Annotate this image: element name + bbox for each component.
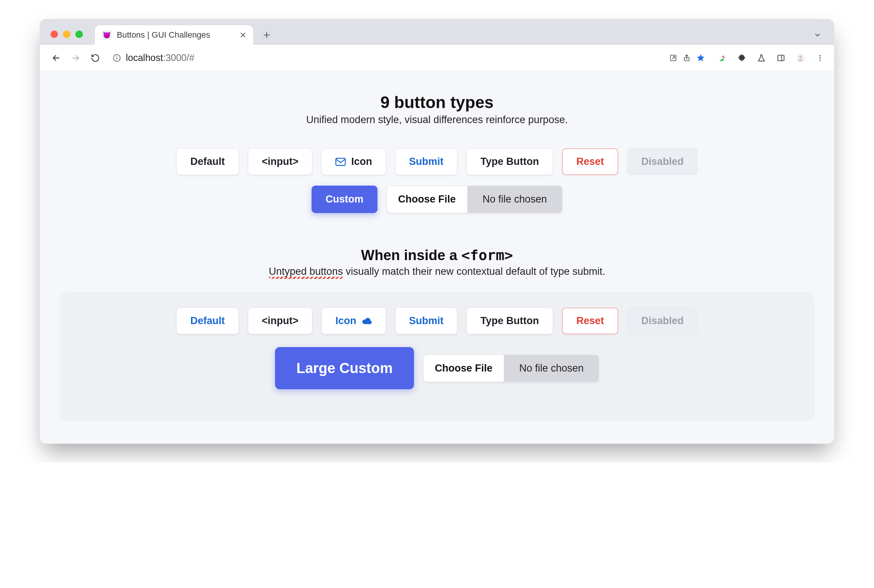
svg-rect-5 <box>778 55 784 61</box>
back-button[interactable] <box>48 50 64 66</box>
url-bar[interactable]: localhost:3000/# <box>107 52 711 63</box>
profile-avatar-icon[interactable] <box>795 52 806 64</box>
window-controls <box>47 30 84 45</box>
section2-sub-underlined: Untyped buttons <box>269 266 343 277</box>
browser-tab[interactable]: 😈 Buttons | GUI Challenges <box>95 25 253 45</box>
form-icon-button-label: Icon <box>335 316 356 326</box>
extensions-puzzle-icon[interactable] <box>736 52 747 64</box>
url-path: /# <box>186 52 194 63</box>
form-file-status-label: No file chosen <box>504 355 599 382</box>
form-choose-file-button[interactable]: Choose File <box>423 355 504 382</box>
form-container: Default <input> Icon Submit Type Button … <box>60 292 814 421</box>
button-row-2: Custom Choose File No file chosen <box>50 186 824 213</box>
forward-button[interactable] <box>68 50 84 66</box>
form-type-button[interactable]: Type Button <box>466 308 553 334</box>
url-port: :3000 <box>163 52 187 63</box>
url-host: localhost <box>126 52 163 63</box>
default-button[interactable]: Default <box>176 148 239 175</box>
disabled-button: Disabled <box>627 148 698 175</box>
open-external-icon[interactable] <box>669 54 677 62</box>
browser-window: 😈 Buttons | GUI Challenges <box>40 19 834 444</box>
extensions-row <box>717 52 826 64</box>
url-actions <box>669 53 705 62</box>
share-icon[interactable] <box>683 54 691 62</box>
fullscreen-window-button[interactable] <box>75 30 83 38</box>
minimize-window-button[interactable] <box>63 30 70 38</box>
form-default-button[interactable]: Default <box>176 308 239 334</box>
file-input[interactable]: Choose File No file chosen <box>387 186 562 213</box>
svg-point-11 <box>819 59 821 61</box>
custom-button[interactable]: Custom <box>312 186 377 213</box>
choose-file-button[interactable]: Choose File <box>387 186 468 213</box>
mail-icon <box>335 158 346 166</box>
form-disabled-button: Disabled <box>627 308 698 334</box>
button-row-1: Default <input> Icon Submit Type Button … <box>50 148 824 175</box>
site-info-icon[interactable] <box>112 53 121 62</box>
flask-icon[interactable] <box>756 52 767 64</box>
new-tab-button[interactable] <box>258 27 275 43</box>
cloud-icon <box>362 317 372 325</box>
form-row-2: Large Custom Choose File No file chosen <box>67 347 807 389</box>
side-panel-icon[interactable] <box>775 52 787 64</box>
page-content: 9 button types Unified modern style, vis… <box>40 71 834 443</box>
section2-heading-text: When inside a <box>361 247 461 263</box>
section1-sub: Unified modern style, visual differences… <box>50 114 824 126</box>
svg-rect-12 <box>336 158 345 165</box>
form-icon-button[interactable]: Icon <box>321 308 386 334</box>
section2-heading: When inside a <form> <box>50 247 824 264</box>
svg-point-8 <box>799 55 802 58</box>
icon-button-label: Icon <box>351 157 372 167</box>
close-window-button[interactable] <box>50 30 58 38</box>
section2-sub-rest: visually match their new contextual defa… <box>343 266 605 277</box>
input-button[interactable]: <input> <box>248 148 313 175</box>
kebab-menu-icon[interactable] <box>814 52 826 64</box>
form-submit-button[interactable]: Submit <box>395 308 458 334</box>
bookmark-star-icon[interactable] <box>696 53 705 62</box>
section2-sub: Untyped buttons visually match their new… <box>50 266 824 277</box>
large-custom-button[interactable]: Large Custom <box>275 347 414 389</box>
tab-favicon: 😈 <box>102 30 112 40</box>
type-button[interactable]: Type Button <box>466 148 553 175</box>
section1-heading: 9 button types <box>50 93 824 112</box>
tab-strip: 😈 Buttons | GUI Challenges <box>40 19 834 45</box>
reload-button[interactable] <box>87 50 103 66</box>
section2-heading-code: <form> <box>461 247 513 264</box>
form-reset-button[interactable]: Reset <box>562 308 619 334</box>
close-tab-icon[interactable] <box>240 32 246 38</box>
form-row-1: Default <input> Icon Submit Type Button … <box>67 308 807 334</box>
file-status-label: No file chosen <box>468 186 562 213</box>
form-input-button[interactable]: <input> <box>248 308 313 334</box>
svg-point-2 <box>116 56 117 56</box>
submit-button[interactable]: Submit <box>395 148 458 175</box>
tab-title: Buttons | GUI Challenges <box>117 30 210 40</box>
svg-point-9 <box>819 55 821 56</box>
svg-point-10 <box>819 57 821 58</box>
browser-toolbar: localhost:3000/# <box>40 45 834 71</box>
extension-icon[interactable] <box>717 52 728 64</box>
reset-button[interactable]: Reset <box>562 148 619 175</box>
form-file-input[interactable]: Choose File No file chosen <box>423 355 599 382</box>
tabs-dropdown-icon[interactable] <box>810 27 825 43</box>
icon-button[interactable]: Icon <box>321 148 386 175</box>
